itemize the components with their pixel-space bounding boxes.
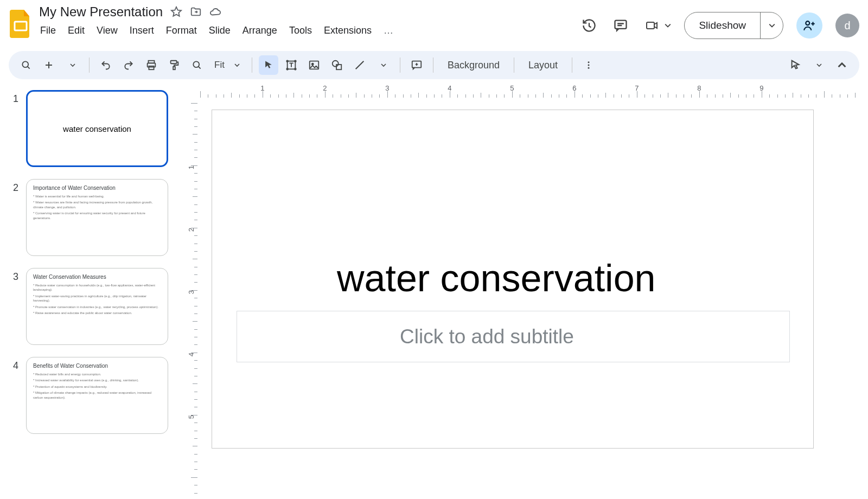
ruler-number: 8 [697, 84, 701, 92]
filmstrip[interactable]: 1water conservation2Importance of Water … [0, 82, 179, 499]
meet-icon[interactable] [643, 16, 661, 35]
toolbar-separator [89, 57, 90, 73]
more-options-icon[interactable] [579, 55, 598, 75]
ruler-number: 3 [385, 84, 389, 92]
history-icon[interactable] [580, 16, 598, 35]
ruler-number: 1 [260, 84, 264, 92]
menu-bar: File Edit View Insert Format Slide Arran… [39, 20, 394, 36]
canvas-area: 123456789 12345 water conservation Click… [179, 82, 868, 499]
menu-insert[interactable]: Insert [130, 25, 154, 36]
header-tools: Slideshow d [580, 12, 859, 39]
toolbar-separator [252, 57, 252, 73]
svg-rect-19 [336, 65, 341, 69]
background-button[interactable]: Background [440, 60, 507, 71]
horizontal-ruler: 123456789 [197, 82, 857, 98]
svg-rect-1 [615, 21, 627, 29]
thumb-heading: Benefits of Water Conservation [33, 363, 161, 369]
thumb-body: * Reduced water bills and energy consump… [33, 372, 161, 400]
slide-thumbnail[interactable]: Water Conservation Measures* Reduce wate… [26, 268, 168, 345]
thumb-number: 3 [13, 268, 26, 283]
slide-title-text[interactable]: water conservation [337, 257, 656, 300]
svg-point-14 [286, 68, 288, 70]
svg-point-4 [22, 61, 28, 67]
ruler-number: 2 [187, 228, 195, 232]
meet-dropdown-icon[interactable] [665, 22, 671, 29]
insert-image-icon[interactable] [304, 55, 324, 75]
menu-file[interactable]: File [40, 25, 56, 36]
slide-thumbnail[interactable]: Benefits of Water Conservation* Reduced … [26, 357, 168, 434]
thumb-body: * Water is essential for life and human … [33, 194, 161, 220]
svg-point-15 [295, 68, 296, 70]
svg-point-22 [588, 65, 590, 66]
thumb-row: 1water conservation [13, 90, 168, 167]
search-menus-icon[interactable] [16, 55, 36, 75]
ruler-number: 6 [572, 84, 576, 92]
redo-icon[interactable] [119, 55, 138, 75]
thumb-heading: Importance of Water Conservation [33, 185, 161, 191]
insert-comment-icon[interactable] [407, 55, 426, 75]
ruler-number: 4 [448, 84, 451, 92]
workspace: 1water conservation2Importance of Water … [0, 79, 868, 499]
ruler-number: 1 [187, 165, 195, 169]
star-icon[interactable] [170, 6, 182, 18]
menu-more[interactable]: … [384, 25, 393, 36]
mode-dropdown-icon[interactable] [809, 55, 829, 75]
share-button[interactable] [796, 12, 822, 39]
svg-point-13 [295, 60, 296, 62]
menu-edit[interactable]: Edit [68, 25, 85, 36]
app-header: My New Presentation File Edit View Inser… [0, 0, 868, 49]
svg-point-3 [806, 21, 809, 25]
zoom-tool-icon[interactable] [187, 55, 207, 75]
zoom-level[interactable]: Fit [210, 60, 229, 71]
toolbar-separator [400, 57, 400, 73]
shape-icon[interactable] [327, 55, 347, 75]
select-tool-icon[interactable] [259, 55, 278, 75]
svg-point-17 [312, 63, 314, 65]
toolbar-separator [514, 57, 514, 73]
svg-point-10 [193, 61, 199, 67]
slide-thumbnail[interactable]: water conservation [26, 90, 168, 167]
slideshow-button[interactable]: Slideshow [685, 12, 760, 39]
cloud-saved-icon[interactable] [209, 6, 221, 18]
print-icon[interactable] [142, 55, 161, 75]
slides-logo[interactable] [9, 8, 33, 40]
undo-icon[interactable] [96, 55, 116, 75]
menu-format[interactable]: Format [166, 25, 197, 36]
text-box-icon[interactable] [282, 55, 301, 75]
menu-tools[interactable]: Tools [289, 25, 312, 36]
svg-point-18 [333, 61, 339, 67]
zoom-dropdown-icon[interactable] [232, 62, 242, 68]
svg-rect-2 [647, 22, 654, 29]
move-folder-icon[interactable] [190, 6, 202, 18]
svg-rect-9 [173, 67, 175, 70]
new-slide-button[interactable] [39, 55, 59, 75]
account-avatar[interactable]: d [835, 14, 859, 37]
comments-icon[interactable] [611, 16, 630, 35]
svg-rect-8 [171, 61, 177, 64]
ruler-number: 5 [510, 84, 514, 92]
line-tool-dropdown[interactable] [374, 55, 393, 75]
slideshow-dropdown[interactable] [760, 12, 783, 39]
slide-subtitle-placeholder[interactable]: Click to add subtitle [237, 311, 790, 362]
slide-canvas[interactable]: water conservation Click to add subtitle [212, 110, 814, 449]
toolbar-separator [433, 57, 433, 73]
thumb-number: 2 [13, 179, 26, 194]
thumb-heading: Water Conservation Measures [33, 274, 161, 280]
layout-button[interactable]: Layout [521, 60, 565, 71]
thumb-row: 3Water Conservation Measures* Reduce wat… [13, 268, 168, 345]
new-slide-dropdown[interactable] [63, 55, 82, 75]
paint-format-icon[interactable] [164, 55, 184, 75]
hide-menus-icon[interactable] [832, 55, 852, 75]
toolbar: Fit Background Layout [9, 51, 859, 79]
menu-slide[interactable]: Slide [209, 25, 231, 36]
doc-title[interactable]: My New Presentation [39, 4, 163, 20]
slide-thumbnail[interactable]: Importance of Water Conservation* Water … [26, 179, 168, 256]
svg-point-23 [588, 67, 590, 69]
menu-arrange[interactable]: Arrange [242, 25, 277, 36]
line-tool-icon[interactable] [350, 55, 369, 75]
ruler-number: 7 [635, 84, 639, 92]
thumb-row: 2Importance of Water Conservation* Water… [13, 179, 168, 256]
mode-cursor-icon[interactable] [786, 55, 805, 75]
menu-extensions[interactable]: Extensions [324, 25, 372, 36]
menu-view[interactable]: View [97, 25, 118, 36]
